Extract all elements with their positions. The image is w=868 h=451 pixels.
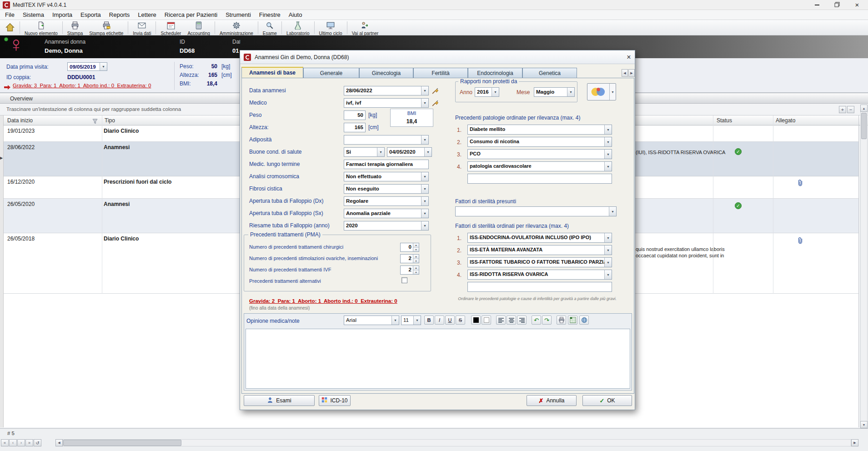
chevron-down-icon[interactable]: ▼ — [604, 125, 612, 134]
align-right-button[interactable] — [517, 316, 527, 325]
fibrosi-combo[interactable]: Non eseguito ▼ — [344, 184, 429, 194]
tab-scroll-right-icon[interactable]: ▶ — [628, 69, 635, 77]
highlight-color-button[interactable] — [482, 316, 491, 325]
patologia-free-input[interactable] — [467, 174, 612, 184]
spinner-buttons[interactable]: ▲▼ — [413, 255, 419, 263]
minimize-button[interactable] — [807, 0, 827, 10]
clear-field-broom-icon[interactable] — [431, 87, 439, 96]
menu-importa[interactable]: Importa — [48, 10, 76, 20]
chevron-down-icon[interactable]: ▼ — [609, 207, 616, 216]
chevron-down-icon[interactable]: ▼ — [421, 221, 428, 230]
print-button[interactable]: Stampa — [64, 20, 86, 37]
annulla-button[interactable]: ✗ Annulla — [527, 395, 577, 406]
patologia-3-combo[interactable]: PCO ▼ — [467, 149, 612, 159]
editor-print-button[interactable] — [557, 316, 566, 325]
esame-button[interactable]: Esame — [260, 20, 280, 37]
align-left-button[interactable] — [496, 316, 506, 325]
horizontal-scrollbar[interactable] — [63, 439, 851, 446]
prev-record-button[interactable]: ‹ — [9, 439, 17, 446]
chevron-down-icon[interactable]: ▼ — [100, 63, 107, 70]
menu-lettere[interactable]: Lettere — [134, 10, 160, 20]
new-element-button[interactable]: Nuovo elemento — [21, 20, 61, 37]
underline-button[interactable]: U — [445, 316, 455, 325]
patologia-2-combo[interactable]: Consumo di nicotina ▼ — [467, 137, 612, 147]
redo-button[interactable]: ↷ — [542, 316, 552, 325]
filter-funnel-icon[interactable] — [92, 118, 98, 126]
riesame-combo[interactable]: 2020 ▼ — [344, 221, 429, 231]
peso-input[interactable]: 50 — [344, 110, 366, 120]
refresh-record-button[interactable]: ↺ — [34, 439, 41, 446]
chevron-down-icon[interactable]: ▼ — [391, 316, 399, 325]
analisi-combo[interactable]: Non effettuato ▼ — [344, 172, 429, 181]
chevron-down-icon[interactable]: ▼ — [377, 148, 384, 156]
dialog-close-button[interactable]: × — [624, 53, 633, 62]
scroll-down-icon[interactable]: ▼ — [860, 421, 868, 428]
icd10-button[interactable]: ICD-10 — [319, 395, 351, 406]
chevron-down-icon[interactable]: ▼ — [421, 209, 428, 218]
spinner-buttons[interactable]: ▲▼ — [413, 243, 419, 251]
mese-combo[interactable]: Maggio ▼ — [534, 87, 575, 97]
salute-combo[interactable]: Si ▼ — [344, 147, 385, 157]
last-record-button[interactable]: » — [25, 439, 33, 446]
chevron-down-icon[interactable]: ▼ — [604, 137, 612, 146]
spin-up-icon[interactable]: ▲ — [413, 243, 419, 247]
first-record-button[interactable]: « — [1, 439, 9, 446]
tab-genetica[interactable]: Genetica — [522, 68, 577, 78]
font-color-button[interactable] — [471, 316, 481, 325]
laboratorio-button[interactable]: Laboratorio — [283, 20, 313, 37]
fattore-2-combo[interactable]: ISS-ETÀ MATERNA AVANZATA ▼ — [467, 245, 612, 255]
chevron-down-icon[interactable]: ▼ — [421, 172, 428, 181]
administration-button[interactable]: Amministrazione — [216, 20, 256, 37]
spinner-buttons[interactable]: ▲▼ — [413, 266, 419, 274]
altezza-input[interactable]: 165 — [344, 123, 366, 132]
rapporti-picker-button[interactable]: ▼ — [587, 83, 616, 100]
hscroll-left-icon[interactable]: ◀ — [55, 439, 63, 446]
fattore-4-combo[interactable]: ISS-RIDOTTA RISERVA OVARICA ▼ — [467, 270, 612, 280]
tuba-sx-combo[interactable]: Anomalia parziale ▼ — [344, 209, 429, 218]
medical-note-textarea[interactable] — [246, 329, 630, 389]
spin-up-icon[interactable]: ▲ — [413, 255, 419, 259]
column-header-tipo[interactable]: Tipo — [105, 117, 115, 124]
fattore-1-combo[interactable]: ISS-ENDOCRINA-OVULATORIA INCLUSO (IPO IP… — [467, 233, 612, 243]
chevron-down-icon[interactable]: ▼ — [567, 88, 574, 96]
menu-ricerca-pazienti[interactable]: Ricerca per Pazienti — [161, 10, 221, 20]
tab-ginecologia[interactable]: Ginecologia — [359, 68, 413, 78]
insert-table-button[interactable] — [568, 316, 577, 325]
anno-combo[interactable]: 2016 ▼ — [475, 87, 499, 97]
chevron-down-icon[interactable]: ▼ — [492, 88, 499, 96]
patologia-1-combo[interactable]: Diabete mellito ▼ — [467, 125, 612, 135]
chevron-down-icon[interactable]: ▼ — [604, 258, 612, 267]
patologia-4-combo[interactable]: patologia cardiovascolare ▼ — [467, 161, 612, 171]
tuba-dx-combo[interactable]: Regolare ▼ — [344, 196, 429, 206]
menu-strumenti[interactable]: Strumenti — [221, 10, 255, 20]
menu-reports[interactable]: Reports — [105, 10, 134, 20]
tab-endocrinologia[interactable]: Endocrinologia — [468, 68, 522, 78]
tab-scroll-left-icon[interactable]: ◀ — [622, 69, 628, 77]
salute-date-combo[interactable]: 04/05/2020 ▼ — [387, 147, 432, 157]
vertical-scrollbar[interactable]: ▲ ▼ — [860, 105, 868, 428]
column-header-allegato[interactable]: Allegato — [776, 117, 795, 124]
menu-aiuto[interactable]: Aiuto — [285, 10, 306, 20]
gravida-summary-link[interactable]: Gravida: 3 Para: 1 Aborto: 1 Aborto ind.… — [13, 83, 151, 88]
vai-al-partner-button[interactable]: Vai al partner — [349, 20, 382, 37]
chevron-down-icon[interactable]: ▼ — [604, 233, 612, 242]
chevron-down-icon[interactable]: ▼ — [413, 316, 421, 325]
chevron-down-icon[interactable]: ▼ — [421, 86, 428, 95]
tab-generale[interactable]: Generale — [303, 68, 359, 78]
accounting-button[interactable]: Accounting — [184, 20, 213, 37]
fattore-free-input[interactable] — [467, 282, 612, 292]
menu-sistema[interactable]: Sistema — [19, 10, 48, 20]
next-record-button[interactable]: › — [17, 439, 25, 446]
send-data-button[interactable]: Invia dati — [130, 20, 154, 37]
chevron-down-icon[interactable]: ▼ — [604, 162, 612, 171]
chevron-down-icon[interactable]: ▼ — [604, 246, 612, 255]
chevron-down-icon[interactable]: ▼ — [421, 99, 428, 107]
clear-field-broom-icon[interactable] — [431, 99, 439, 109]
scrollbar-thumb[interactable] — [63, 440, 181, 446]
chevron-down-icon[interactable]: ▼ — [604, 150, 612, 159]
hyperlink-globe-button[interactable] — [579, 316, 589, 325]
scheduler-button[interactable]: Scheduler — [157, 20, 184, 37]
undo-button[interactable]: ↶ — [532, 316, 541, 325]
collapse-all-button[interactable]: − — [847, 106, 854, 113]
italic-button[interactable]: I — [435, 316, 444, 325]
